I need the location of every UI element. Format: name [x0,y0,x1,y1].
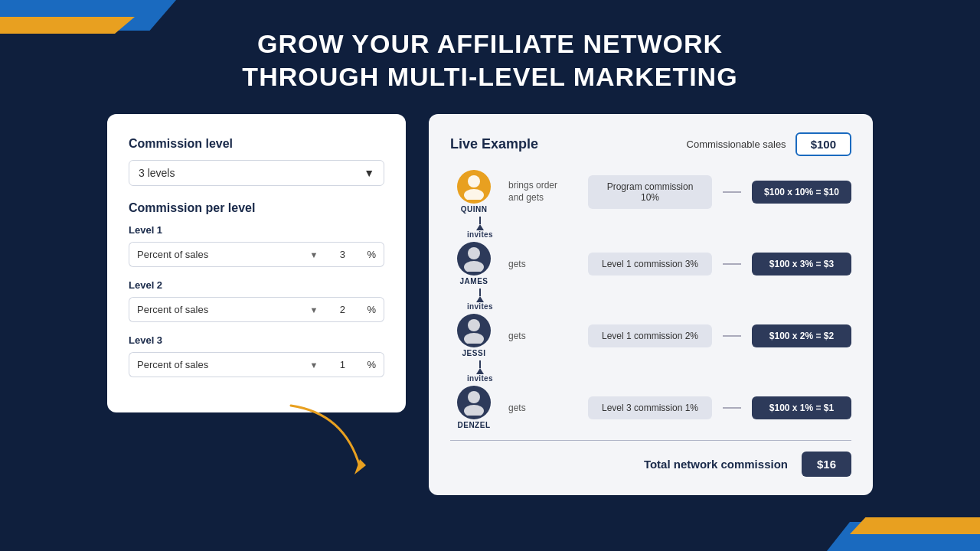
svg-point-2 [464,189,484,200]
corner-decoration-br-gold [850,517,980,534]
total-label: Total network commission [644,458,788,471]
james-commission-badge: Level 1 commission 3% [588,253,712,276]
quinn-avatar [457,170,491,204]
connector-line [723,191,741,193]
level2-type-dropdown[interactable]: Percent of sales ▼ [129,297,325,322]
levels-dropdown-value: 3 levels [139,167,175,179]
chevron-down-icon: ▼ [310,250,318,259]
denzel-col: DENZEL [450,386,498,429]
live-header: Live Example Commissionable sales $100 [450,132,851,156]
invites-connector-1: invites [467,217,851,239]
james-name: JAMES [460,277,488,285]
commissionable-label: Commissionable sales [687,139,786,150]
level1-value[interactable]: 3 [325,242,359,267]
connector-line [723,407,741,409]
chevron-down-icon: ▼ [364,167,374,179]
level2-unit: % [359,297,384,322]
denzel-commission-badge: Level 3 commission 1% [588,396,712,419]
live-example-panel: Live Example Commissionable sales $100 Q… [429,114,873,495]
jessi-action: gets [508,331,577,341]
quinn-name: QUINN [461,205,488,214]
connector-line [723,335,741,337]
level2-row: Percent of sales ▼ 2 % [129,297,384,322]
title-line2: THROUGH MULTI-LEVEL MARKETING [0,60,980,93]
level3-row: Percent of sales ▼ 1 % [129,352,384,377]
james-avatar [457,242,491,276]
jessi-col: JESSI [450,314,498,357]
commissionable-value: $100 [795,132,851,156]
level2-value[interactable]: 2 [325,297,359,322]
invites-connector-2: invites [467,289,851,311]
svg-marker-0 [354,459,366,474]
svg-point-3 [468,247,480,259]
chevron-down-icon: ▼ [310,360,318,370]
denzel-avatar [457,386,491,419]
level3-type-value: Percent of sales [137,359,208,370]
quinn-col: QUINN [450,170,498,214]
total-value: $16 [802,452,851,477]
main-content: Commission level 3 levels ▼ Commission p… [0,93,980,495]
level3-unit: % [359,352,384,377]
james-col: JAMES [450,242,498,285]
commissionable-row: Commissionable sales $100 [687,132,851,156]
level1-label: Level 1 [129,224,384,236]
chevron-down-icon: ▼ [310,305,318,315]
commission-level-title: Commission level [129,137,384,151]
james-result: $100 x 3% = $3 [752,253,851,276]
level2-type-value: Percent of sales [137,304,208,315]
level1-type-dropdown[interactable]: Percent of sales ▼ [129,242,325,267]
jessi-result: $100 x 2% = $2 [752,324,851,347]
level1-type-value: Percent of sales [137,249,208,260]
divider [450,440,851,441]
level1-row: Percent of sales ▼ 3 % [129,242,384,267]
person-row-james: JAMES gets Level 1 commission 3% $100 x … [450,242,851,285]
level3-type-dropdown[interactable]: Percent of sales ▼ [129,352,325,377]
quinn-commission-badge: Program commission 10% [588,175,712,209]
quinn-action: brings orderand gets [508,180,577,204]
svg-point-7 [468,391,480,403]
jessi-name: JESSI [462,349,486,357]
svg-point-8 [464,405,484,416]
level2-label: Level 2 [129,279,384,291]
svg-point-1 [468,175,480,187]
denzel-name: DENZEL [458,421,491,429]
total-row: Total network commission $16 [450,452,851,477]
levels-dropdown[interactable]: 3 levels ▼ [129,160,384,186]
curved-arrow [283,398,383,485]
svg-point-5 [468,319,480,331]
live-title: Live Example [450,136,538,152]
james-action: gets [508,259,577,269]
svg-point-4 [464,261,484,272]
commission-per-level-title: Commission per level [129,201,384,215]
denzel-action: gets [508,403,577,413]
jessi-avatar [457,314,491,347]
title-line1: GROW YOUR AFFILIATE NETWORK [0,28,980,60]
level1-unit: % [359,242,384,267]
person-row-jessi: JESSI gets Level 1 commission 2% $100 x … [450,314,851,357]
person-row-quinn: QUINN brings orderand gets Program commi… [450,170,851,214]
quinn-result: $100 x 10% = $10 [752,181,851,204]
jessi-commission-badge: Level 1 commission 2% [588,324,712,347]
invites-connector-3: invites [467,360,851,383]
person-row-denzel: DENZEL gets Level 3 commission 1% $100 x… [450,386,851,429]
level3-label: Level 3 [129,334,384,346]
connector-line [723,263,741,265]
commission-panel: Commission level 3 levels ▼ Commission p… [107,114,406,412]
svg-point-6 [464,333,484,344]
level3-value[interactable]: 1 [325,352,359,377]
denzel-result: $100 x 1% = $1 [752,396,851,419]
